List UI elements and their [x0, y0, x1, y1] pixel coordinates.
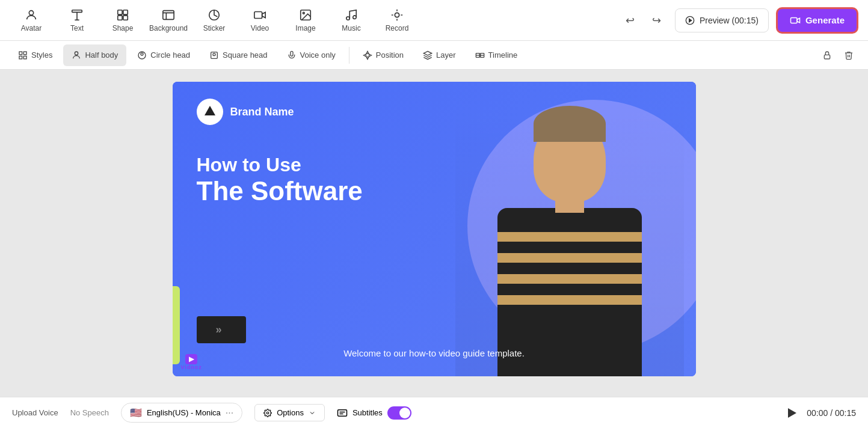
- svg-rect-8: [163, 10, 174, 19]
- delete-button[interactable]: [839, 46, 858, 65]
- svg-point-32: [266, 412, 269, 414]
- tab-square-head[interactable]: Square head: [201, 44, 275, 66]
- tab-voice-only[interactable]: Voice only: [279, 44, 344, 66]
- arrow-chevrons: »: [216, 323, 222, 336]
- lock-icon: [822, 50, 832, 60]
- canvas-left-panel: Brand Name How to Use The Software »: [173, 82, 434, 376]
- svg-point-15: [395, 13, 399, 17]
- toolbar-sticker[interactable]: Sticker: [192, 4, 236, 37]
- svg-rect-22: [23, 56, 26, 59]
- upload-voice-button[interactable]: Upload Voice: [12, 408, 58, 417]
- svg-rect-1: [72, 10, 82, 12]
- svg-rect-10: [254, 11, 262, 18]
- top-toolbar: Avatar Text Shape Background: [0, 0, 868, 41]
- svg-rect-6: [118, 15, 122, 19]
- svg-rect-7: [123, 15, 128, 19]
- svg-rect-33: [337, 409, 346, 416]
- bottom-bar: Upload Voice No Speech 🇺🇸 English(US) - …: [0, 397, 868, 428]
- vidnoz-logo: ▶ Vidnoz: [181, 354, 202, 370]
- stripe-3: [497, 274, 642, 284]
- toggle-knob: [399, 408, 410, 418]
- person-silhouette: [467, 106, 672, 376]
- preview-button[interactable]: Preview (00:15): [675, 8, 769, 32]
- generate-icon: [790, 15, 801, 26]
- person-neck: [555, 195, 584, 213]
- toolbar-avatar[interactable]: Avatar: [10, 4, 53, 37]
- no-speech-label: No Speech: [70, 408, 109, 417]
- position-icon: [363, 50, 372, 60]
- preview-icon: [685, 16, 695, 25]
- svg-point-27: [213, 53, 215, 55]
- svg-point-13: [346, 16, 350, 20]
- tab-divider: [349, 47, 349, 64]
- svg-point-14: [353, 15, 357, 18]
- stripe-4: [497, 295, 642, 305]
- options-button[interactable]: Options: [254, 404, 325, 421]
- svg-rect-19: [19, 52, 22, 55]
- stripe-1: [497, 232, 642, 242]
- person-hair: [534, 106, 606, 142]
- tab-styles[interactable]: Styles: [10, 44, 61, 66]
- tab-timeline[interactable]: Timeline: [467, 44, 526, 66]
- tab-half-body[interactable]: Half body: [63, 44, 126, 66]
- svg-point-25: [141, 53, 143, 55]
- svg-point-0: [29, 10, 33, 14]
- options-icon: [263, 409, 272, 417]
- language-select[interactable]: 🇺🇸 English(US) - Monica ···: [121, 403, 242, 423]
- arrow-button: »: [197, 316, 246, 343]
- lock-button[interactable]: [817, 46, 837, 65]
- green-accent-bar: [173, 286, 180, 364]
- brand-logo-icon: [205, 106, 215, 115]
- toolbar-music[interactable]: Music: [330, 4, 373, 37]
- play-icon: [788, 408, 796, 418]
- circle-head-icon: [137, 50, 147, 60]
- undo-redo-group: ↩ ↪: [620, 10, 668, 31]
- canvas-title-line2: The Software: [197, 176, 363, 206]
- svg-rect-5: [123, 10, 128, 14]
- tab-position[interactable]: Position: [354, 44, 412, 66]
- timer-display: 00:00 / 00:15: [807, 408, 856, 418]
- subtitles-area: Subtitles: [337, 406, 411, 420]
- options-chevron-icon: [309, 409, 316, 417]
- toolbar-image[interactable]: Image: [284, 4, 327, 37]
- undo-button[interactable]: ↩: [620, 10, 641, 31]
- svg-marker-17: [689, 19, 692, 22]
- brand-logo: [197, 99, 223, 125]
- vidnoz-icon-box: ▶: [185, 354, 197, 364]
- toolbar-background[interactable]: Background: [147, 4, 190, 37]
- toolbar-shape[interactable]: Shape: [101, 4, 144, 37]
- square-head-icon: [209, 50, 219, 60]
- vidnoz-text: Vidnoz: [181, 364, 202, 370]
- canvas-title-line1: How to Use: [197, 154, 363, 176]
- svg-rect-21: [19, 56, 22, 59]
- brand-name: Brand Name: [230, 106, 294, 118]
- svg-rect-20: [23, 52, 26, 55]
- canvas-container[interactable]: Brand Name How to Use The Software »: [173, 82, 696, 376]
- options-label: Options: [277, 408, 304, 417]
- timer-area: 00:00 / 00:15: [784, 405, 856, 421]
- styles-icon: [18, 50, 28, 60]
- redo-button[interactable]: ↪: [646, 10, 668, 31]
- toolbar-record[interactable]: Record: [375, 4, 419, 37]
- subtitles-label: Subtitles: [352, 408, 383, 417]
- toolbar-items: Avatar Text Shape Background: [10, 4, 620, 37]
- language-dots-icon: ···: [226, 408, 233, 418]
- play-button[interactable]: [784, 405, 801, 421]
- tab-circle-head[interactable]: Circle head: [129, 44, 199, 66]
- layer-icon: [423, 50, 432, 60]
- canvas-subtitle: Welcome to our how-to video guide templa…: [343, 348, 525, 358]
- generate-button[interactable]: Generate: [776, 7, 858, 34]
- voice-only-icon: [287, 50, 297, 60]
- canvas-background: Brand Name How to Use The Software »: [173, 82, 696, 376]
- subtitles-icon: [337, 408, 348, 418]
- svg-rect-4: [118, 10, 122, 14]
- stripe-2: [497, 253, 642, 263]
- toolbar-text[interactable]: Text: [55, 4, 99, 37]
- toolbar-video[interactable]: Video: [238, 4, 282, 37]
- tab-layer[interactable]: Layer: [414, 44, 464, 66]
- svg-rect-31: [824, 55, 830, 59]
- subtitles-toggle[interactable]: [387, 406, 411, 420]
- timeline-icon: [475, 50, 485, 60]
- avatar-toolbar: Styles Half body Circle head Square head…: [0, 41, 868, 70]
- svg-point-23: [75, 52, 78, 55]
